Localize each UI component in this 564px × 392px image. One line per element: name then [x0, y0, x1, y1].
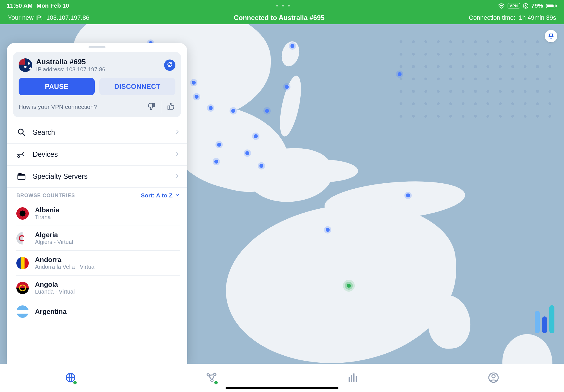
server-point[interactable]	[195, 95, 199, 99]
pause-button[interactable]: PAUSE	[19, 78, 95, 95]
tab-profile[interactable]	[486, 370, 501, 386]
nav-specialty-label: Specialty Servers	[33, 172, 88, 180]
sort-button[interactable]: Sort: A to Z	[141, 192, 180, 199]
tab-globe[interactable]	[63, 370, 78, 386]
country-city: Tirana	[35, 214, 60, 221]
tab-mesh[interactable]	[204, 370, 219, 386]
search-icon	[16, 128, 27, 136]
svg-point-0	[501, 8, 502, 9]
server-point[interactable]	[192, 81, 196, 85]
sort-label: Sort: A to Z	[141, 192, 173, 199]
ios-status-bar: 11:50 AM Mon Feb 10 • • • VPN 79%	[0, 0, 564, 11]
brand-logo	[535, 305, 554, 333]
server-point[interactable]	[259, 164, 263, 168]
map-area[interactable]: Australia #695 IP address: 103.107.197.8…	[0, 24, 564, 364]
server-point-active[interactable]	[347, 284, 351, 288]
server-point[interactable]	[290, 44, 294, 48]
map-landmass-australia	[222, 199, 461, 364]
thumbs-up-button[interactable]	[166, 102, 175, 112]
nav-specialty-servers[interactable]: Specialty Servers	[7, 166, 187, 188]
rating-question: How is your VPN connection?	[19, 103, 97, 110]
thumbs-down-button[interactable]	[147, 102, 156, 112]
svg-line-6	[23, 133, 25, 136]
battery-percent: 79%	[531, 2, 543, 9]
country-name: Angola	[35, 281, 75, 289]
browse-countries-header: BROWSE COUNTRIES	[16, 193, 75, 199]
connected-ip: IP address: 103.107.197.86	[36, 66, 105, 73]
tab-stats[interactable]	[345, 370, 360, 386]
connection-card: Australia #695 IP address: 103.107.197.8…	[13, 52, 181, 117]
svg-rect-4	[556, 5, 557, 7]
connected-server-name: Australia #695	[36, 58, 105, 66]
server-point[interactable]	[285, 85, 289, 89]
svg-rect-3	[547, 5, 554, 7]
orientation-lock-icon	[523, 2, 528, 9]
home-indicator[interactable]	[226, 387, 338, 389]
svg-point-18	[492, 375, 495, 378]
flag-icon	[16, 282, 29, 294]
server-point[interactable]	[326, 228, 330, 232]
chevron-down-icon	[175, 192, 180, 199]
nav-devices-label: Devices	[33, 150, 58, 158]
active-dot-icon	[73, 381, 77, 384]
disconnect-button[interactable]: DISCONNECT	[99, 78, 175, 95]
country-city: Algiers - Virtual	[35, 239, 73, 245]
status-time: 11:50 AM	[7, 2, 32, 9]
country-name: Andorra	[35, 256, 96, 264]
country-row[interactable]: Algeria Algiers - Virtual	[16, 226, 180, 251]
server-point[interactable]	[217, 143, 221, 147]
chevron-right-icon	[175, 151, 180, 158]
multitask-dots: • • •	[69, 2, 498, 9]
refresh-button[interactable]	[164, 60, 175, 71]
svg-rect-8	[18, 175, 25, 180]
flag-icon	[16, 305, 29, 318]
country-name: Argentina	[35, 308, 67, 316]
profile-icon	[488, 372, 499, 384]
country-row[interactable]: Angola Luanda - Virtual	[16, 276, 180, 300]
country-city: Luanda - Virtual	[35, 289, 75, 295]
server-point[interactable]	[245, 151, 249, 155]
flag-icon	[16, 257, 29, 269]
separator	[161, 101, 161, 113]
notifications-button[interactable]	[545, 30, 557, 42]
server-point[interactable]	[265, 109, 269, 113]
connection-time-label: Connection time:	[469, 14, 515, 21]
flag-australia-icon	[19, 58, 32, 72]
bottom-tab-bar	[0, 364, 564, 392]
country-name: Algeria	[35, 231, 73, 239]
chevron-right-icon	[175, 129, 180, 135]
battery-icon	[546, 2, 557, 9]
vpn-badge: VPN	[508, 3, 520, 8]
server-point[interactable]	[406, 193, 410, 197]
svg-point-1	[523, 4, 528, 8]
drag-handle[interactable]	[89, 46, 105, 48]
server-panel: Australia #695 IP address: 103.107.197.8…	[7, 43, 187, 364]
country-row[interactable]: Albania Tirana	[16, 201, 180, 226]
country-name: Albania	[35, 206, 60, 214]
country-row[interactable]: Argentina	[16, 300, 180, 323]
ip-label: Your new IP:	[8, 14, 43, 21]
server-point[interactable]	[209, 106, 213, 110]
server-point[interactable]	[214, 160, 218, 164]
active-dot-icon	[214, 381, 218, 384]
status-date: Mon Feb 10	[36, 2, 69, 9]
connected-status: Connected to Australia #695	[89, 14, 469, 22]
connection-time-value: 1h 49min 39s	[519, 14, 556, 21]
ip-value: 103.107.197.86	[46, 14, 89, 21]
devices-icon	[16, 151, 27, 158]
nav-search[interactable]: Search	[7, 121, 187, 144]
map-landmass	[276, 74, 305, 138]
server-point[interactable]	[398, 72, 402, 76]
wifi-icon	[498, 2, 505, 9]
svg-point-7	[18, 155, 20, 157]
decorative-dot-grid	[395, 36, 553, 126]
stats-icon	[347, 372, 358, 384]
country-row[interactable]: Andorra Andorra la Vella - Virtual	[16, 251, 180, 276]
server-point[interactable]	[231, 109, 235, 113]
connection-info-bar: Your new IP: 103.107.197.86 Connected to…	[0, 11, 564, 24]
refresh-icon	[167, 61, 173, 69]
server-point[interactable]	[254, 134, 258, 138]
nav-devices[interactable]: Devices	[7, 144, 187, 166]
flag-icon	[16, 207, 29, 220]
country-city: Andorra la Vella - Virtual	[35, 264, 96, 270]
